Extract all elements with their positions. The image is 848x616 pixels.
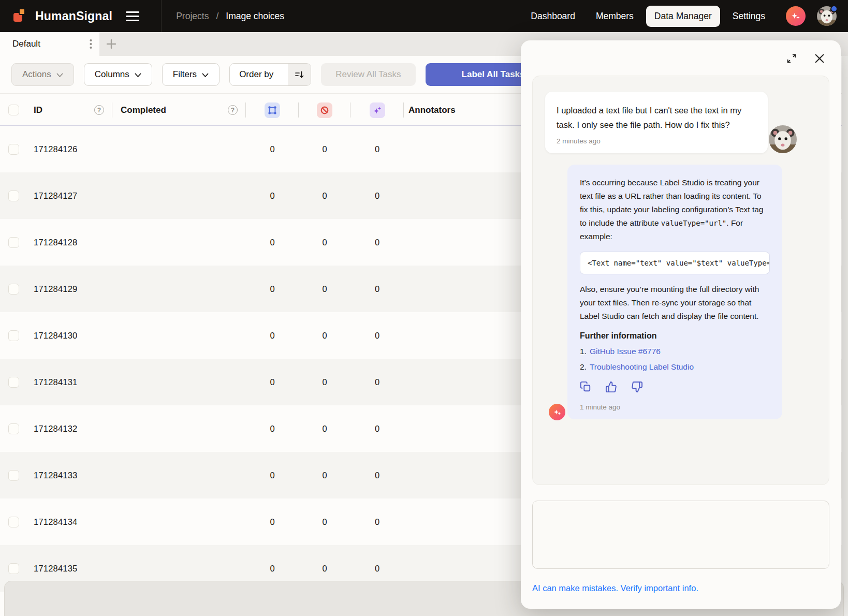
- kebab-menu-icon[interactable]: [90, 39, 92, 49]
- cell-predictions: 0: [350, 284, 404, 294]
- cell-task-id: 171284128: [29, 238, 112, 247]
- review-all-tasks-button[interactable]: Review All Tasks: [321, 63, 415, 86]
- code-block[interactable]: <Text name="text" value="$text" valueTyp…: [580, 252, 770, 274]
- sort-direction-button[interactable]: [288, 63, 311, 86]
- row-checkbox[interactable]: [8, 470, 19, 481]
- tab-default[interactable]: Default: [0, 32, 99, 56]
- sort-icon: [294, 69, 304, 80]
- row-checkbox[interactable]: [8, 237, 19, 248]
- actions-button[interactable]: Actions: [11, 63, 74, 86]
- cell-annotation-results: 0: [246, 284, 299, 294]
- row-checkbox[interactable]: [8, 330, 19, 341]
- message-feedback: [580, 381, 770, 393]
- row-checkbox-cell: [0, 237, 29, 248]
- cell-predictions: 0: [350, 238, 404, 247]
- link-number: 2.: [580, 362, 587, 372]
- user-message: I uploaded a text file but I can't see t…: [545, 92, 768, 153]
- nav-item-settings[interactable]: Settings: [724, 6, 773, 27]
- cell-skipped: 0: [299, 377, 350, 387]
- chevron-down-icon: [202, 73, 209, 78]
- chevron-down-icon: [56, 73, 63, 78]
- row-checkbox-cell: [0, 563, 29, 574]
- troubleshooting-link[interactable]: Troubleshooting Label Studio: [590, 362, 694, 372]
- select-all-checkbox[interactable]: [8, 105, 19, 115]
- user-message-timestamp: 2 minutes ago: [557, 137, 756, 145]
- cell-task-id: 171284126: [29, 144, 112, 154]
- add-tab-button[interactable]: [99, 32, 123, 56]
- order-by-label[interactable]: Order by: [230, 69, 283, 80]
- row-checkbox-cell: [0, 470, 29, 481]
- nav-item-data-manager[interactable]: Data Manager: [646, 6, 720, 27]
- thumbs-down-button[interactable]: [631, 381, 643, 393]
- hamburger-menu-icon[interactable]: [126, 6, 149, 26]
- thumbs-up-button[interactable]: [605, 381, 617, 393]
- skipped-icon: [317, 102, 332, 118]
- github-issue-link[interactable]: GitHub Issue #6776: [590, 347, 661, 356]
- row-checkbox[interactable]: [8, 563, 19, 574]
- row-checkbox[interactable]: [8, 377, 19, 388]
- cell-skipped: 0: [299, 144, 350, 154]
- thumbs-down-icon: [631, 381, 643, 393]
- header-checkbox-cell: [0, 94, 29, 126]
- ai-assistant-button[interactable]: [786, 6, 806, 26]
- predictions-sparkles-icon: [370, 102, 385, 118]
- cell-predictions: 0: [350, 144, 404, 154]
- header-skipped[interactable]: [299, 94, 350, 126]
- expand-button[interactable]: [786, 53, 797, 64]
- nav-item-dashboard[interactable]: Dashboard: [522, 6, 583, 27]
- cell-annotation-results: 0: [246, 424, 299, 434]
- further-information-heading: Further information: [580, 331, 770, 341]
- annotation-results-icon: [265, 102, 280, 118]
- sparkles-icon: [791, 11, 801, 21]
- ai-paragraph-2: Also, ensure you’re mounting the full di…: [580, 283, 770, 323]
- header-annotation-results[interactable]: [246, 94, 299, 126]
- user-message-avatar: [769, 125, 797, 153]
- presence-dot: [830, 5, 838, 12]
- row-checkbox[interactable]: [8, 190, 19, 201]
- cell-skipped: 0: [299, 191, 350, 201]
- cell-annotation-results: 0: [246, 377, 299, 387]
- ai-message: It’s occurring because Label Studio is t…: [567, 165, 782, 419]
- cell-predictions: 0: [350, 377, 404, 387]
- ai-paragraph-1: It’s occurring because Label Studio is t…: [580, 176, 770, 243]
- breadcrumb-separator: /: [216, 11, 218, 22]
- help-icon[interactable]: ?: [228, 105, 238, 115]
- nav-item-members[interactable]: Members: [588, 6, 642, 27]
- breadcrumb-projects[interactable]: Projects: [176, 11, 209, 22]
- thumbs-up-icon: [605, 381, 617, 393]
- reference-link-1: 1. GitHub Issue #6776: [580, 347, 770, 356]
- header-id[interactable]: ID ?: [29, 94, 112, 126]
- cell-predictions: 0: [350, 191, 404, 201]
- row-checkbox[interactable]: [8, 423, 19, 434]
- cell-annotation-results: 0: [246, 191, 299, 201]
- cell-annotation-results: 0: [246, 471, 299, 480]
- nav-divider: [161, 0, 162, 32]
- close-button[interactable]: [814, 53, 825, 64]
- user-message-text: I uploaded a text file but I can't see t…: [557, 103, 756, 132]
- chat-messages: I uploaded a text file but I can't see t…: [532, 76, 829, 485]
- columns-button[interactable]: Columns: [84, 63, 152, 86]
- close-icon: [814, 53, 825, 64]
- order-by-button[interactable]: Order by: [229, 63, 311, 86]
- help-icon[interactable]: ?: [94, 105, 104, 115]
- cell-task-id: 171284130: [29, 331, 112, 341]
- header-predictions[interactable]: [350, 94, 404, 126]
- row-checkbox[interactable]: [8, 144, 19, 155]
- row-checkbox[interactable]: [8, 517, 19, 527]
- cell-predictions: 0: [350, 424, 404, 434]
- tab-label: Default: [12, 39, 40, 49]
- header-completed[interactable]: Completed ?: [112, 94, 246, 126]
- user-avatar[interactable]: [817, 6, 837, 26]
- cell-predictions: 0: [350, 517, 404, 527]
- ai-message-bubble: It’s occurring because Label Studio is t…: [567, 165, 782, 419]
- breadcrumb-current: Image choices: [226, 11, 284, 22]
- cell-annotation-results: 0: [246, 331, 299, 341]
- row-checkbox-cell: [0, 330, 29, 341]
- cell-predictions: 0: [350, 564, 404, 574]
- row-checkbox[interactable]: [8, 284, 19, 295]
- cell-skipped: 0: [299, 471, 350, 480]
- filters-button[interactable]: Filters: [162, 63, 220, 86]
- cell-task-id: 171284134: [29, 517, 112, 527]
- chat-input[interactable]: [532, 501, 829, 569]
- copy-button[interactable]: [580, 381, 591, 393]
